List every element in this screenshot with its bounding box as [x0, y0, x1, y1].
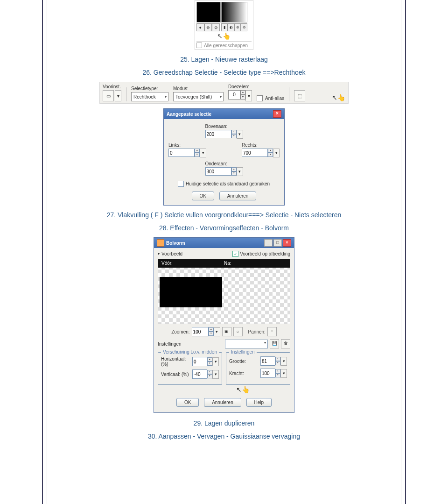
spin-down-icon[interactable]: ▾: [231, 134, 237, 138]
ok-button[interactable]: OK: [192, 192, 214, 200]
zoom-actual-icon[interactable]: ⌕: [233, 327, 243, 336]
minimize-icon[interactable]: _: [264, 239, 273, 247]
slider-icon[interactable]: ▾: [237, 167, 243, 176]
horizontaal-input[interactable]: [192, 357, 207, 366]
use-as-default-checkbox[interactable]: [178, 181, 184, 187]
spin-down-icon[interactable]: ▾: [275, 361, 280, 365]
slider-icon[interactable]: ▾: [200, 149, 206, 157]
group2-legend: Instellingen: [229, 349, 257, 355]
preset-dropdown[interactable]: [225, 340, 268, 348]
circle-icon[interactable]: ●: [196, 23, 204, 31]
cancel-button[interactable]: Annuleren: [204, 398, 241, 407]
slider-icon[interactable]: ▾: [280, 357, 287, 366]
slider-icon[interactable]: ▾: [214, 327, 220, 336]
voorbeeld-label: Voorbeeld: [161, 251, 182, 256]
feather-slider-icon[interactable]: ▾: [245, 90, 252, 101]
modus-label: Modus:: [173, 86, 224, 91]
cursor-pointer-icon: ↖👆: [332, 94, 345, 101]
spin-down-icon[interactable]: ▾: [209, 332, 214, 336]
links-label: Links:: [168, 142, 206, 148]
bovenaan-input[interactable]: [205, 130, 231, 138]
slider-icon[interactable]: ▾: [237, 130, 243, 139]
gradient-style-a-icon[interactable]: ▮: [221, 23, 228, 31]
fit-window-icon[interactable]: ▣: [222, 327, 231, 336]
rechts-input[interactable]: [242, 149, 268, 157]
onderaan-input[interactable]: [205, 167, 231, 176]
spin-down-icon[interactable]: ▾: [240, 95, 245, 99]
maximize-icon[interactable]: □: [273, 239, 282, 247]
selectietype-label: Selectietype:: [131, 86, 168, 91]
cursor-pointer-icon: ↖👆: [217, 32, 252, 40]
spin-up-icon[interactable]: ▴: [275, 357, 280, 361]
cancel-button[interactable]: Annuleren: [219, 192, 257, 200]
slider-icon[interactable]: ▾: [212, 357, 219, 366]
spin-down-icon[interactable]: ▾: [268, 153, 273, 157]
spin-down-icon[interactable]: ▾: [195, 153, 200, 157]
links-input[interactable]: [168, 149, 195, 157]
preview-on-image-checkbox[interactable]: ✓: [232, 251, 238, 257]
slider-icon[interactable]: ▾: [280, 369, 287, 378]
preset-icon[interactable]: ▭: [103, 90, 114, 101]
verticaal-input[interactable]: [192, 369, 207, 379]
ok-button[interactable]: OK: [176, 398, 199, 407]
spin-down-icon[interactable]: ▾: [207, 374, 212, 378]
app-icon: [157, 239, 164, 247]
dialog-title: Aangepaste selectie: [167, 112, 211, 117]
spin-up-icon[interactable]: ▴: [207, 370, 212, 374]
selection-type-value: Rechthoek: [133, 94, 156, 99]
collapse-icon[interactable]: ▾: [158, 252, 160, 256]
modus-dropdown[interactable]: Toevoegen (Shift): [173, 92, 224, 101]
none-icon[interactable]: ⊘: [212, 23, 220, 31]
spin-up-icon[interactable]: ▴: [231, 167, 237, 171]
foreground-color-swatch[interactable]: [196, 2, 221, 22]
selection-type-dropdown[interactable]: Rechthoek: [131, 92, 168, 101]
spin-up-icon[interactable]: ▴: [268, 149, 273, 153]
save-preset-icon[interactable]: 💾: [270, 339, 279, 348]
close-icon[interactable]: ×: [283, 239, 291, 247]
options-toolbar: Voorinst. ▭ ▾ Selectietype: Rechthoek Mo…: [99, 82, 349, 104]
slider-icon[interactable]: ▾: [273, 149, 280, 157]
all-tools-label: Alle gereedschappen: [204, 43, 248, 48]
step-27: 27. Vlakvulling ( F ) Selctie vullen voo…: [75, 211, 373, 219]
pannen-label: Pannen:: [248, 329, 266, 334]
gradient-swatch[interactable]: [221, 2, 247, 22]
kracht-input[interactable]: [260, 369, 275, 378]
step-26: 26. Gereedschap Selectie - Selectie type…: [75, 69, 373, 76]
spin-down-icon[interactable]: ▾: [275, 373, 280, 377]
spin-down-icon[interactable]: ▾: [207, 362, 212, 366]
spin-down-icon[interactable]: ▾: [231, 171, 237, 176]
bovenaan-label: Bovenaan:: [205, 124, 243, 129]
zoom-input[interactable]: [192, 327, 209, 336]
spin-up-icon[interactable]: ▴: [240, 90, 245, 95]
gradient-pattern-icon[interactable]: ⊛: [234, 23, 241, 31]
preview-on-image-label: Voorbeeld op afbeelding: [240, 251, 290, 256]
gradient-none-icon[interactable]: ⊘: [241, 23, 247, 31]
verticaal-label: Verticaal: (%): [161, 372, 189, 377]
slider-icon[interactable]: ▾: [212, 370, 219, 379]
spin-up-icon[interactable]: ▴: [207, 357, 212, 362]
bolvorm-dialog: Bolvorm _ □ × ▾ Voorbeeld ✓ Voorbeeld o: [154, 237, 294, 413]
voorinst-label: Voorinst.: [103, 84, 121, 89]
spin-up-icon[interactable]: ▴: [209, 327, 214, 332]
preset-dropdown-icon[interactable]: ▾: [115, 90, 121, 101]
pattern-icon[interactable]: ⊛: [204, 23, 212, 31]
gradient-style-b-icon[interactable]: ◐: [228, 23, 234, 31]
pan-button[interactable]: +: [267, 327, 277, 336]
grootte-input[interactable]: [260, 356, 275, 366]
step-29: 29. Lagen dupliceren: [75, 419, 373, 427]
zoomen-label: Zoomen:: [171, 329, 189, 334]
help-button[interactable]: Help: [246, 398, 272, 407]
spin-up-icon[interactable]: ▴: [275, 369, 280, 373]
spin-up-icon[interactable]: ▴: [195, 149, 200, 153]
feather-input[interactable]: 0: [228, 90, 240, 99]
use-as-default-label: Huidige selectie als standaard gebruiken: [186, 181, 270, 186]
close-icon[interactable]: ×: [273, 110, 281, 118]
delete-preset-icon[interactable]: 🗑: [281, 339, 290, 348]
na-label: Na:: [224, 261, 287, 266]
group1-legend: Verschuiving t.o.v. midden: [161, 349, 219, 355]
anti-alias-checkbox[interactable]: [257, 95, 263, 101]
all-tools-checkbox[interactable]: [196, 43, 202, 48]
custom-select-button[interactable]: ⬚: [294, 90, 305, 101]
cursor-pointer-icon: ↖👆: [195, 386, 290, 393]
spin-up-icon[interactable]: ▴: [231, 130, 237, 134]
